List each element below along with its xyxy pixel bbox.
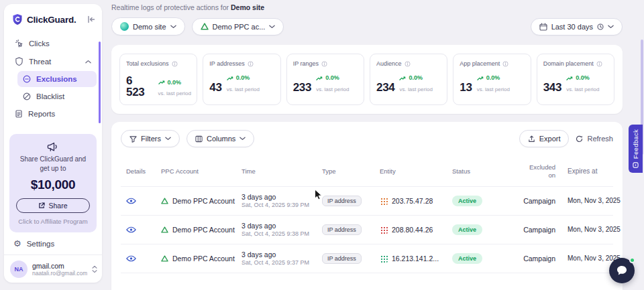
stat-delta: 0.0% [486, 75, 500, 82]
chevron-down-icon [170, 25, 176, 29]
stat-label: Total exclusions [126, 60, 169, 67]
settings-label: Settings [27, 240, 55, 248]
details-eye-button[interactable] [126, 255, 136, 262]
page-subtitle: Realtime logs of protective actions for … [102, 0, 644, 11]
refresh-button[interactable]: Refresh [576, 135, 613, 143]
stat-value: 13 [460, 82, 472, 93]
refresh-button-label: Refresh [587, 135, 613, 143]
date-range-dropdown[interactable]: Last 30 days [531, 18, 623, 35]
funnel-icon [129, 135, 137, 143]
click-cursor-icon [15, 39, 23, 48]
info-icon[interactable] [172, 61, 178, 67]
feedback-tab-label: Feedback [632, 129, 639, 159]
table-row: Demo PPC Account 3 days agoSat, Oct 4, 2… [121, 244, 613, 273]
site-filter-dropdown[interactable]: Demo site [111, 17, 185, 35]
stat-domain-placement: Domain placement 343 0.0% vs. last perio… [537, 54, 614, 105]
cell-time-relative: 3 days ago [241, 250, 315, 259]
sidebar-item-threat[interactable]: Threat [9, 53, 97, 70]
table-row: Demo PPC Account 3 days agoSat, Oct 4, 2… [121, 186, 613, 215]
stat-app-placement: App placement 13 0.0% vs. last period [453, 54, 531, 105]
ppc-account-filter-dropdown[interactable]: Demo PPC ac... [192, 18, 284, 35]
report-document-icon [15, 110, 23, 118]
trend-up-icon [399, 76, 407, 81]
entity-identicon [380, 197, 388, 205]
stat-period: vs. last period [227, 86, 260, 92]
main-content: Realtime logs of protective actions for … [102, 0, 644, 290]
clock-icon [597, 23, 604, 30]
stat-total-exclusions: Total exclusions 6 523 0.0% vs. last per… [119, 54, 197, 105]
sidebar-scrollbar-thumb[interactable] [99, 42, 101, 123]
sidebar-collapse-icon[interactable] [87, 15, 95, 23]
columns-dropdown-button[interactable]: Columns [186, 130, 254, 147]
info-icon[interactable] [405, 61, 411, 67]
sidebar-item-settings[interactable]: ⚙ Settings [4, 232, 102, 255]
filters-dropdown-button[interactable]: Filters [121, 130, 180, 147]
cell-time-relative: 3 days ago [241, 222, 315, 230]
cell-entity-value: 16.213.141.2... [392, 255, 439, 263]
stat-period: vs. last period [158, 90, 191, 96]
calendar-icon [539, 23, 547, 31]
type-badge: IP address [322, 253, 362, 264]
exclusions-log-card: Filters Columns Export Refresh [111, 122, 623, 290]
info-icon[interactable] [502, 61, 508, 67]
col-header-time: Time [235, 167, 315, 175]
promo-amount: $10,000 [16, 176, 90, 194]
details-eye-button[interactable] [126, 198, 136, 204]
cell-excluded-on: Campaign [510, 255, 558, 263]
sidebar-item-exclusions[interactable]: Exclusions [17, 71, 97, 87]
sidebar-item-label: Clicks [29, 40, 50, 48]
info-icon[interactable] [321, 61, 327, 67]
chevron-up-icon [85, 60, 91, 64]
type-badge: IP address [322, 224, 362, 235]
sidebar-item-blacklist[interactable]: Blacklist [17, 88, 97, 104]
export-button[interactable]: Export [519, 130, 570, 147]
avatar: NA [10, 261, 28, 278]
stat-delta: 0.0% [236, 75, 250, 82]
details-eye-button[interactable] [126, 226, 136, 233]
sidebar-item-clicks[interactable]: Clicks [9, 35, 97, 52]
gear-icon: ⚙ [13, 239, 21, 248]
share-button[interactable]: Share [16, 198, 90, 213]
export-icon [528, 135, 535, 143]
cell-account: Demo PPC Account [172, 255, 235, 263]
info-icon[interactable] [596, 61, 602, 67]
filters-button-label: Filters [141, 135, 161, 143]
cell-account: Demo PPC Account [172, 197, 235, 205]
app-root: ClickGuard. Clicks Threat [0, 0, 644, 290]
cell-excluded-on: Campaign [510, 197, 558, 205]
account-switcher[interactable]: NA gmail.com naatali.ro@gmail.com [4, 255, 102, 283]
logo-row: ClickGuard. [4, 4, 102, 33]
ppc-account-filter-label: Demo PPC ac... [213, 23, 266, 31]
trend-up-icon [477, 76, 484, 81]
subtitle-text: Realtime logs of protective actions for [111, 3, 229, 11]
chat-launcher-button[interactable] [609, 258, 635, 283]
stat-period: vs. last period [316, 86, 349, 92]
info-icon[interactable] [248, 61, 254, 67]
entity-identicon [380, 226, 388, 234]
sidebar-item-label: Threat [29, 58, 51, 66]
chevron-down-icon [269, 25, 275, 29]
feedback-widget-icon [633, 162, 639, 168]
clickguard-shield-logo-icon [12, 13, 23, 25]
affiliate-program-link[interactable]: Click to Affiliate Program [16, 218, 90, 226]
col-header-details: Details [121, 167, 152, 175]
cell-excluded-on: Campaign [510, 226, 558, 234]
circle-minus-icon [23, 75, 31, 83]
status-badge: Active [452, 253, 482, 264]
status-badge: Active [452, 196, 482, 206]
export-button-label: Export [539, 135, 561, 143]
ppc-account-triangle-icon [161, 226, 168, 233]
ppc-account-triangle-icon [161, 255, 168, 262]
columns-icon [195, 135, 203, 143]
stat-delta: 0.0% [168, 80, 182, 86]
threat-submenu: Exclusions Blacklist [9, 71, 97, 104]
stat-value: 43 [209, 82, 221, 93]
feedback-tab[interactable]: Feedback [629, 125, 643, 173]
col-header-entity: Entity [372, 167, 444, 175]
sidebar-item-reports[interactable]: Reports [9, 106, 97, 122]
chevron-down-icon [165, 137, 171, 141]
cell-account: Demo PPC Account [172, 226, 235, 234]
chevron-updown-icon [92, 265, 97, 273]
cell-time-relative: 3 days ago [241, 193, 315, 201]
table-row-partial [121, 273, 613, 290]
